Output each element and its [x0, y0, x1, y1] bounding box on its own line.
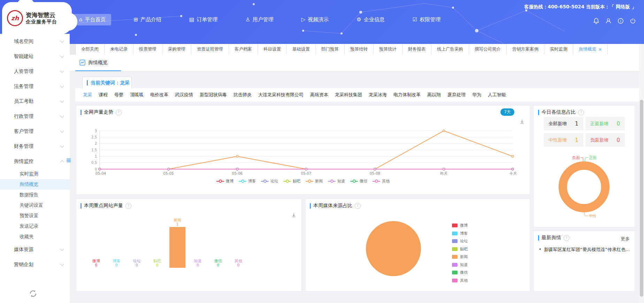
download-icon[interactable] — [291, 212, 297, 218]
sidebar-subitem-预警设置[interactable]: 预警设置 — [0, 211, 70, 221]
tab-预算统计[interactable]: 预算统计 — [374, 44, 402, 55]
sidebar-subitem-舆情概览[interactable]: 舆情概览 — [0, 179, 70, 190]
tab-预算结转[interactable]: 预算结转 — [345, 44, 374, 55]
keyword-link-电力体制改革[interactable]: 电力体制改革 — [393, 92, 421, 98]
tab-部门预算[interactable]: 部门预算 — [316, 44, 345, 55]
legend-item-其他[interactable]: 其他 — [373, 179, 390, 184]
keyword-link-母婴[interactable]: 母婴 — [114, 92, 123, 98]
sidebar-subitem-收藏夹[interactable]: 收藏夹 — [0, 232, 70, 242]
nav-item-企业信息[interactable]: ⚙企业信息 — [351, 14, 390, 25]
help-icon[interactable]: ? — [355, 203, 361, 209]
nav-item-订单管理[interactable]: ▤订单管理 — [184, 14, 223, 25]
tab-实时监测[interactable]: 实时监测 — [544, 44, 573, 55]
tab-基础设置[interactable]: 基础设置 — [287, 44, 316, 55]
sidebar-item-舆情监控[interactable]: 舆情监控 — [0, 154, 70, 169]
sidebar-item-智能建站[interactable]: 智能建站 — [0, 49, 70, 64]
help-icon[interactable]: ? — [578, 109, 584, 115]
info-icon[interactable]: i — [617, 17, 624, 24]
keyword-link-电价改革[interactable]: 电价改革 — [150, 92, 168, 98]
tab-科目设置[interactable]: 科目设置 — [258, 44, 287, 55]
sidebar-item-域名空间[interactable]: 域名空间 — [0, 34, 70, 49]
nav-item-平台首页[interactable]: ⌂平台首页 — [74, 14, 111, 25]
tab-全部关闭[interactable]: 全部关闭 — [76, 44, 105, 55]
tab-yuqing-overview[interactable]: 舆情概览 — [75, 55, 121, 71]
tab-撰写公司简介[interactable]: 撰写公司简介 — [469, 44, 507, 55]
keyword-link-龙采科技集团[interactable]: 龙采科技集团 — [335, 92, 362, 98]
keyword-link-人工智能[interactable]: 人工智能 — [488, 92, 506, 98]
tab-资质证照管理[interactable]: 资质证照管理 — [191, 44, 229, 55]
sidebar-item-媒体资源[interactable]: 媒体资源 — [0, 242, 70, 257]
sidebar-subitem-实时监测[interactable]: 实时监测 — [0, 169, 70, 179]
sidebar-item-行政管理[interactable]: 行政管理 — [0, 109, 70, 124]
current-keyword-tab[interactable]: 当前关键词：龙采 — [82, 77, 132, 89]
help-icon[interactable]: ? — [125, 203, 131, 209]
keyword-link-废弃处理[interactable]: 废弃处理 — [447, 92, 466, 98]
sidebar-item-客户管理[interactable]: 客户管理 — [0, 124, 70, 139]
legend-item-论坛[interactable]: 论坛 — [261, 179, 278, 184]
news-item[interactable]: •新疆军区某红军团“爱兵模范连”传承红色... — [539, 247, 631, 253]
tab-来电记录[interactable]: 来电记录 — [105, 44, 133, 55]
tab-scroll-cell[interactable] — [70, 44, 76, 55]
legend-item-贴吧[interactable]: 贴吧 — [283, 179, 300, 184]
keyword-link-高瓴资本[interactable]: 高瓴资本 — [310, 92, 328, 98]
legend-swatch — [452, 271, 458, 274]
sidebar-subitem-数据报告[interactable]: 数据报告 — [0, 190, 70, 200]
tab-财务报表[interactable]: 财务报表 — [402, 44, 431, 55]
pie-legend-item-博客[interactable]: 博客 — [452, 231, 468, 236]
keyword-link-抗击肺炎[interactable]: 抗击肺炎 — [233, 92, 252, 98]
keyword-link-武汉疫情[interactable]: 武汉疫情 — [175, 92, 193, 98]
sidebar-subitem-发送记录[interactable]: 发送记录 — [0, 221, 70, 232]
help-icon[interactable]: ? — [564, 235, 569, 241]
keyword-link-课程[interactable]: 课程 — [99, 92, 108, 98]
sidebar-item-财务管理[interactable]: 财务管理 — [0, 139, 70, 154]
sidebar-item-员工考勤[interactable]: 员工考勤 — [0, 94, 70, 109]
tab-客户档案[interactable]: 客户档案 — [229, 44, 258, 55]
legend-item-知道[interactable]: 知道 — [328, 179, 345, 184]
keyword-link-新型冠状病毒[interactable]: 新型冠状病毒 — [200, 92, 227, 98]
sidebar-drag-handle[interactable] — [67, 159, 71, 162]
tab-舆情概览[interactable]: 舆情概览× — [573, 44, 608, 55]
close-icon[interactable]: × — [598, 47, 602, 52]
user-icon[interactable] — [605, 17, 612, 24]
nav-item-权限管理[interactable]: ☑权限管理 — [407, 14, 446, 25]
pie-legend-item-新闻[interactable]: 新闻 — [452, 254, 468, 259]
keyword-link-龙采[interactable]: 龙采 — [83, 92, 92, 98]
keyword-link-龙采冰海[interactable]: 龙采冰海 — [369, 92, 387, 98]
sidebar-item-人资管理[interactable]: 人资管理 — [0, 64, 70, 79]
download-icon[interactable] — [519, 119, 525, 124]
vertical-scrollbar-thumb[interactable] — [640, 100, 643, 297]
sidebar-item-营销企划[interactable]: 营销企划 — [0, 257, 70, 272]
pie-legend-item-微信[interactable]: 微信 — [452, 270, 468, 275]
keyword-link-顶呱呱[interactable]: 顶呱呱 — [130, 92, 144, 98]
help-icon[interactable]: ? — [116, 109, 122, 115]
keyword-link-大连龙采科技有限公司[interactable]: 大连龙采科技有限公司 — [258, 92, 304, 98]
nav-item-用户管理[interactable]: ♙用户管理 — [240, 14, 278, 25]
nav-item-视频演示[interactable]: ▷视频演示 — [296, 14, 334, 25]
tab-线上广告采购[interactable]: 线上广告采购 — [431, 44, 469, 55]
legend-item-新闻[interactable]: 新闻 — [306, 179, 323, 184]
pie-legend-item-知道[interactable]: 知道 — [452, 262, 468, 267]
pie-legend-item-其他[interactable]: 其他 — [452, 278, 468, 283]
pie-legend-item-微博[interactable]: 微博 — [452, 223, 468, 228]
sidebar-item-label: 法务管理 — [14, 83, 61, 90]
more-link[interactable]: 更多 — [621, 236, 630, 242]
vertical-scrollbar-track[interactable] — [639, 44, 644, 303]
legend-item-微博[interactable]: 微博 — [216, 179, 233, 184]
keyword-link-华为[interactable]: 华为 — [472, 92, 481, 98]
keyword-link-高以翔[interactable]: 高以翔 — [427, 92, 441, 98]
tab-投票管理[interactable]: 投票管理 — [133, 44, 162, 55]
legend-item-微信[interactable]: 微信 — [350, 179, 367, 184]
sidebar-subitem-关键词设置[interactable]: 关键词设置 — [0, 200, 70, 211]
bell-icon[interactable] — [593, 17, 600, 24]
refresh-icon[interactable] — [29, 289, 38, 298]
sidebar-item-法务管理[interactable]: 法务管理 — [0, 79, 70, 94]
range-badge[interactable]: 7天 — [500, 108, 514, 116]
panel-media-share: 本周媒体来源占比 ? 微博博客论坛贴吧新闻知道微信其他 — [305, 199, 530, 291]
power-icon[interactable] — [629, 17, 636, 24]
pie-legend-item-论坛[interactable]: 论坛 — [452, 238, 468, 244]
nav-item-产品介绍[interactable]: ⊞产品介绍 — [129, 14, 167, 25]
tab-营销方案案例[interactable]: 营销方案案例 — [507, 44, 544, 55]
legend-item-博客[interactable]: 博客 — [239, 179, 256, 184]
pie-legend-item-贴吧[interactable]: 贴吧 — [452, 247, 468, 252]
tab-采购管理[interactable]: 采购管理 — [162, 44, 191, 55]
